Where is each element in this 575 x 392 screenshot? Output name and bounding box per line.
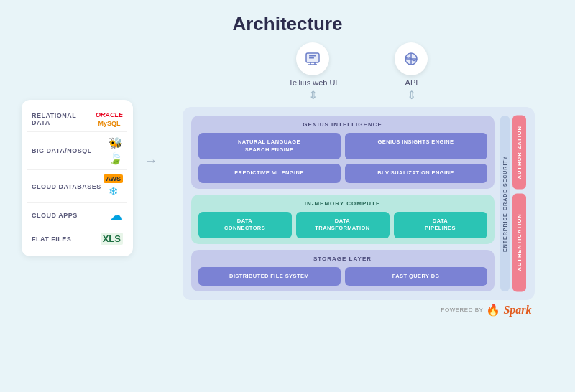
page-background: Architecture RELATIONAL DATA ORACLE MySQ… <box>0 0 575 392</box>
auth-cards-stack: AUTHORIZATION AUTHENTICATION <box>512 116 526 291</box>
data-connectors-card: DATA CONNECTORS <box>198 212 292 238</box>
flat-files-label: FLAT FILES <box>32 235 71 243</box>
gie-card: GENIUS INSIGHTS ENGINE <box>345 133 487 159</box>
svg-rect-1 <box>309 55 316 57</box>
left-data-panel: RELATIONAL DATA ORACLE MySQL BIG DATA/NO… <box>22 100 133 256</box>
api-label: API <box>405 78 418 87</box>
relational-data-label: RELATIONAL DATA <box>32 112 96 126</box>
big-data-label: BIG DATA/NOSQL <box>32 147 92 154</box>
aws-icon: AWS <box>104 174 123 183</box>
tellius-web-ui-icon-circle <box>296 42 329 75</box>
pml-card: PREDICTIVE ML ENGINE <box>198 164 341 183</box>
spark-brand-label: Spark <box>503 304 531 317</box>
connector-arrow-icon: → <box>144 154 157 169</box>
down-arrow-webui: ⇕ <box>308 90 318 101</box>
top-icons-row: Tellius web UI ⇕ API ⇕ <box>289 42 428 101</box>
hive-icon: 🐝 <box>109 136 123 150</box>
cloud-db-row: CLOUD DATABASES AWS ❄ <box>27 170 127 203</box>
arch-outer-container: GENIUS INTELLIGENCE NATURAL LANGUAGE SEA… <box>183 107 535 300</box>
genius-intelligence-label: GENIUS INTELLIGENCE <box>198 121 487 128</box>
in-memory-compute-box: IN-MEMORY COMPUTE DATA CONNECTORS DATA T… <box>191 195 494 244</box>
enterprise-grade-security-label: ENTERPRISE GRADE SECURITY <box>500 116 510 291</box>
enterprise-security-panel: ENTERPRISE GRADE SECURITY AUTHORIZATION … <box>500 116 526 291</box>
fast-query-db-card: FAST QUERY DB <box>345 267 487 286</box>
big-data-row: BIG DATA/NOSQL 🐝 🍃 <box>27 132 127 170</box>
dfs-card: DISTRIBUTED FILE SYSTEM <box>198 267 341 286</box>
svg-rect-2 <box>309 57 314 59</box>
cloud-db-label: CLOUD DATABASES <box>32 183 101 190</box>
down-arrow-api: ⇕ <box>407 90 416 101</box>
cloud-apps-label: CLOUD APPS <box>32 212 78 219</box>
tellius-web-ui-label: Tellius web UI <box>289 78 338 87</box>
mysql-icon: MySQL <box>98 120 120 127</box>
spark-flame-icon: 🔥 <box>486 303 500 317</box>
api-icon-circle <box>395 42 428 75</box>
storage-layer-box: STORAGE LAYER DISTRIBUTED FILE SYSTEM FA… <box>191 250 494 292</box>
flat-files-row: FLAT FILES XLS <box>27 228 127 249</box>
powered-by-section: POWERED BY 🔥 Spark <box>183 303 535 317</box>
page-title: Architecture <box>0 0 575 35</box>
data-transformation-card: DATA TRANSFORMATION <box>296 212 390 238</box>
data-pipelines-card: DATA PIPELINES <box>394 212 487 238</box>
oracle-icon: ORACLE <box>96 111 123 118</box>
relational-data-row: RELATIONAL DATA ORACLE MySQL <box>27 107 127 132</box>
powered-by-text: POWERED BY <box>441 307 483 313</box>
excel-icon: XLS <box>101 233 123 245</box>
bive-card: BI VISUALIZATION ENGINE <box>345 164 487 183</box>
storage-layer-label: STORAGE LAYER <box>198 256 487 262</box>
mongo-icon: 🍃 <box>109 151 123 165</box>
nlse-card: NATURAL LANGUAGE SEARCH ENGINE <box>198 133 341 159</box>
arch-main-content: GENIUS INTELLIGENCE NATURAL LANGUAGE SEA… <box>191 116 494 291</box>
salesforce-icon: ☁ <box>110 207 123 223</box>
architecture-area: Tellius web UI ⇕ API ⇕ <box>163 42 553 317</box>
api-item: API ⇕ <box>395 42 428 101</box>
in-memory-compute-label: IN-MEMORY COMPUTE <box>198 200 487 207</box>
authentication-card: AUTHENTICATION <box>512 193 526 291</box>
cloud-apps-row: CLOUD APPS ☁ <box>27 203 127 228</box>
genius-intelligence-box: GENIUS INTELLIGENCE NATURAL LANGUAGE SEA… <box>191 116 494 189</box>
tellius-web-ui-item: Tellius web UI ⇕ <box>289 42 338 101</box>
snowflake-icon: ❄ <box>109 185 118 198</box>
authorization-card: AUTHORIZATION <box>512 116 526 190</box>
